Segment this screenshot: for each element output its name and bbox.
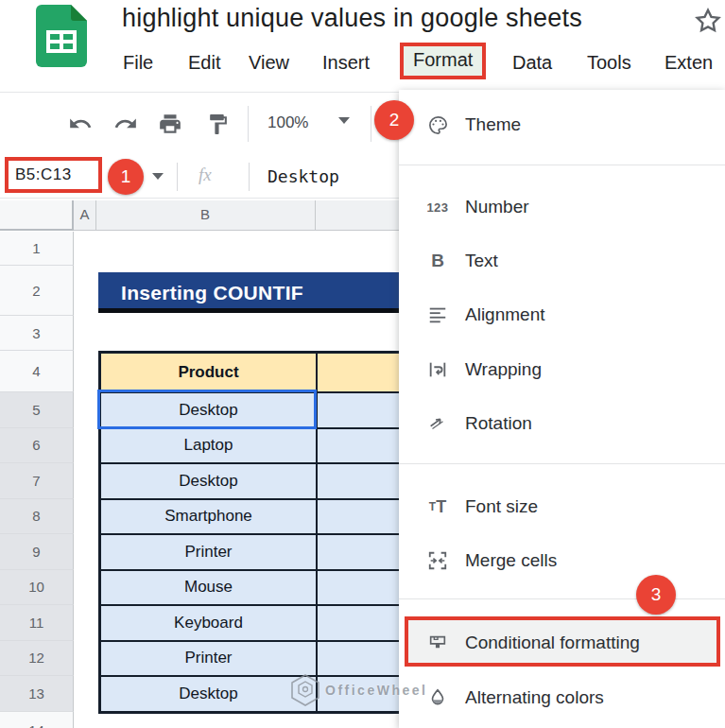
menubar-file[interactable]: File — [123, 52, 153, 74]
menubar-format-label: Format — [413, 49, 473, 70]
toolbar-separator — [248, 106, 249, 142]
select-all-corner[interactable] — [0, 200, 74, 231]
row-header-13[interactable]: 13 — [0, 676, 74, 712]
zoom-level[interactable]: 100% — [268, 113, 308, 132]
menu-item-label: Wrapping — [465, 359, 542, 380]
merge-cells-icon — [423, 550, 452, 571]
column-header-a[interactable]: A — [74, 206, 95, 222]
name-box-value: B5:C13 — [15, 165, 72, 184]
row-header-6[interactable]: 6 — [0, 428, 74, 464]
cell-b7[interactable]: Desktop — [100, 463, 317, 499]
menubar-tools[interactable]: Tools — [587, 52, 631, 74]
name-box-dropdown-arrow-icon[interactable] — [152, 173, 164, 180]
text-rotation-icon — [423, 413, 452, 434]
menu-item-label: Number — [465, 197, 529, 217]
menu-item-alternating-colors[interactable]: Alternating colors — [399, 676, 725, 719]
palette-icon — [423, 114, 452, 136]
menubar-insert[interactable]: Insert — [322, 52, 370, 74]
menu-item-text[interactable]: B Text — [399, 239, 725, 283]
menu-item-label: Font size — [465, 496, 538, 517]
menu-item-alignment[interactable]: Alignment — [399, 293, 725, 337]
row-header-column: 1 2 3 4 5 6 7 8 9 10 11 12 13 14 — [0, 232, 74, 728]
google-sheets-icon[interactable] — [36, 5, 87, 71]
menubar-edit[interactable]: Edit — [188, 52, 220, 74]
font-size-icon: TT — [423, 497, 452, 517]
menu-item-label: Alternating colors — [465, 687, 604, 708]
menu-item-font-size[interactable]: TT Font size — [399, 485, 725, 529]
text-wrap-icon — [423, 359, 452, 380]
menu-item-label: Alignment — [465, 304, 545, 325]
formula-bar-value[interactable]: Desktop — [268, 166, 339, 186]
toolbar-separator-2 — [371, 106, 371, 142]
officewheel-watermark: OfficeWheel — [289, 673, 427, 707]
row-header-10[interactable]: 10 — [0, 570, 74, 606]
step-2-badge: 2 — [374, 100, 414, 140]
print-icon[interactable] — [156, 110, 184, 138]
alternating-colors-icon — [423, 687, 452, 708]
menu-item-conditional-formatting[interactable]: Conditional formatting — [399, 621, 725, 665]
menubar-data[interactable]: Data — [512, 52, 552, 74]
document-title: highlight unique values in google sheets — [122, 4, 582, 33]
row-header-4[interactable]: 4 — [0, 351, 74, 392]
undo-icon[interactable] — [66, 110, 95, 138]
formula-bar-separator-2 — [249, 163, 250, 191]
menu-item-merge-cells[interactable]: Merge cells — [399, 539, 725, 582]
menu-item-wrapping[interactable]: Wrapping — [399, 348, 725, 391]
row-header-5[interactable]: 5 — [0, 392, 74, 428]
paint-format-icon[interactable] — [203, 110, 232, 138]
cell-b8[interactable]: Smartphone — [100, 499, 317, 535]
menubar-divider — [0, 92, 400, 93]
menubar-format-highlighted[interactable]: Format — [400, 43, 486, 79]
row-header-14[interactable]: 14 — [0, 712, 74, 728]
bold-text-icon: B — [423, 251, 452, 271]
watermark-text: OfficeWheel — [325, 683, 427, 698]
formula-bar-separator — [177, 163, 178, 191]
formula-bar-divider — [0, 198, 400, 199]
cell-b13[interactable]: Desktop — [100, 676, 317, 712]
column-header-b[interactable]: B — [95, 206, 315, 222]
row-header-11[interactable]: 11 — [0, 605, 74, 641]
row-header-7[interactable]: 7 — [0, 463, 74, 499]
format-dropdown-menu: Theme 123 Number B Text Alignment Wrappi… — [399, 90, 725, 728]
row-header-8[interactable]: 8 — [0, 499, 74, 535]
cell-b11[interactable]: Keyboard — [100, 605, 317, 641]
cell-b9[interactable]: Printer — [100, 534, 317, 570]
menu-item-theme[interactable]: Theme — [399, 103, 725, 147]
row-header-2[interactable]: 2 — [0, 266, 74, 316]
star-icon[interactable] — [693, 6, 723, 40]
row-header-9[interactable]: 9 — [0, 534, 74, 570]
menu-item-rotation[interactable]: Rotation — [399, 402, 725, 445]
name-box-highlighted[interactable]: B5:C13 — [5, 157, 102, 193]
officewheel-logo-icon — [289, 673, 321, 707]
number-123-icon: 123 — [423, 200, 452, 215]
menu-separator — [399, 598, 725, 599]
menu-separator — [399, 463, 725, 464]
row-header-12[interactable]: 12 — [0, 641, 74, 677]
step-1-badge: 1 — [108, 159, 144, 195]
alignment-icon — [423, 304, 452, 325]
menu-item-number[interactable]: 123 Number — [399, 185, 725, 229]
cell-b6[interactable]: Laptop — [100, 428, 317, 464]
menu-item-label: Rotation — [465, 413, 532, 434]
step-3-badge: 3 — [636, 575, 676, 615]
menubar-extensions[interactable]: Exten — [665, 52, 713, 74]
cell-b5[interactable]: Desktop — [100, 392, 317, 428]
conditional-formatting-icon — [423, 633, 452, 653]
row-header-1[interactable]: 1 — [0, 232, 74, 266]
fx-icon: fx — [199, 165, 212, 185]
menubar-view[interactable]: View — [249, 52, 289, 74]
cell-b12[interactable]: Printer — [100, 641, 317, 677]
menu-separator — [399, 165, 725, 165]
menu-item-label: Conditional formatting — [465, 633, 640, 653]
cell-b10[interactable]: Mouse — [100, 570, 317, 606]
redo-icon[interactable] — [112, 110, 140, 138]
menu-item-label: Text — [465, 251, 498, 271]
menu-item-label: Merge cells — [465, 550, 557, 571]
menu-item-label: Theme — [465, 114, 521, 135]
row-header-3[interactable]: 3 — [0, 316, 74, 351]
table-header-product[interactable]: Product — [100, 353, 317, 392]
zoom-dropdown-arrow-icon[interactable] — [338, 117, 350, 124]
